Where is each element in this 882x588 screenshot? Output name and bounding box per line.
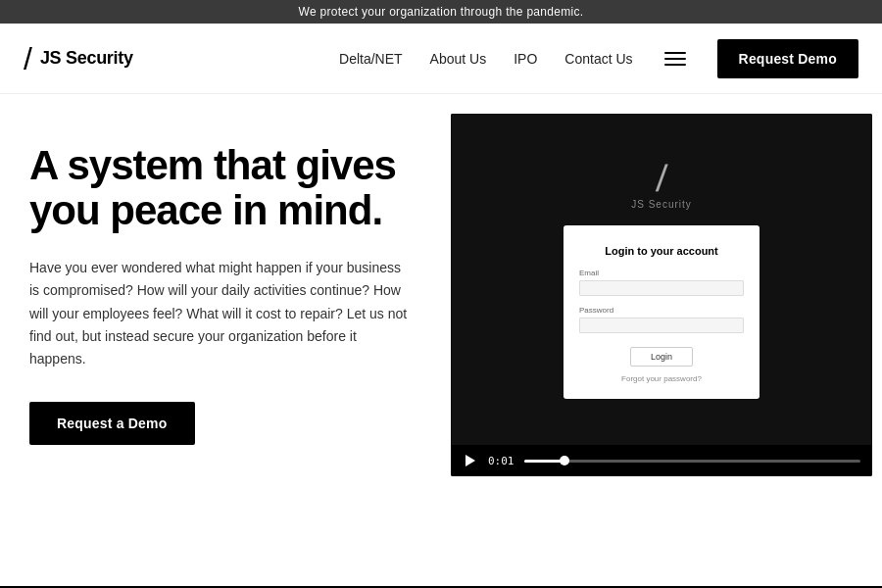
- nav-item-contact[interactable]: Contact Us: [564, 51, 632, 67]
- video-password-field-group: Password: [579, 306, 744, 333]
- video-logo-area: / JS Security: [631, 160, 692, 210]
- hero-cta-button[interactable]: Request a Demo: [29, 402, 195, 445]
- video-screen: / JS Security Login to your account Emai…: [451, 114, 872, 445]
- video-progress-fill: [524, 460, 564, 463]
- nav-item-deltanet[interactable]: Delta/NET: [339, 51, 403, 67]
- video-email-label: Email: [579, 269, 744, 277]
- top-banner: We protect your organization through the…: [0, 0, 882, 24]
- hero-body: Have you ever wondered what might happen…: [29, 257, 412, 369]
- nav-item-ipo[interactable]: IPO: [514, 51, 537, 67]
- banner-text: We protect your organization through the…: [299, 5, 584, 19]
- video-forgot-password[interactable]: Forgot your password?: [621, 374, 702, 383]
- logo-name: JS Security: [40, 48, 133, 69]
- video-progress-dot: [560, 456, 569, 466]
- video-password-input[interactable]: [579, 318, 744, 333]
- video-time: 0:01: [488, 455, 514, 467]
- video-email-field-group: Email: [579, 269, 744, 296]
- video-player[interactable]: / JS Security Login to your account Emai…: [451, 114, 872, 476]
- video-login-box: Login to your account Email Password Log…: [564, 225, 760, 399]
- video-logo-slash: /: [655, 160, 668, 197]
- hamburger-line-2: [664, 58, 686, 60]
- video-section: / JS Security Login to your account Emai…: [441, 94, 882, 586]
- header: / JS Security Delta/NET About Us IPO Con…: [0, 24, 882, 94]
- logo-slash-icon: /: [24, 43, 32, 74]
- request-demo-button[interactable]: Request Demo: [717, 39, 858, 78]
- video-brand-name: JS Security: [631, 199, 692, 210]
- main-content: A system that gives you peace in mind. H…: [0, 94, 882, 586]
- hamburger-line-1: [664, 52, 686, 54]
- nav-item-about[interactable]: About Us: [430, 51, 487, 67]
- video-login-button[interactable]: Login: [630, 347, 693, 367]
- video-password-label: Password: [579, 306, 744, 315]
- video-play-button[interactable]: [463, 453, 478, 468]
- logo[interactable]: / JS Security: [24, 43, 133, 74]
- video-progress-bar[interactable]: [524, 460, 861, 463]
- video-email-input[interactable]: [579, 280, 744, 296]
- video-controls-bar: 0:01: [451, 445, 872, 476]
- play-icon: [466, 455, 475, 466]
- hamburger-menu[interactable]: [661, 48, 690, 70]
- hero-section: A system that gives you peace in mind. H…: [0, 94, 441, 586]
- hamburger-line-3: [664, 64, 686, 66]
- navigation: Delta/NET About Us IPO Contact Us Reques…: [339, 39, 858, 78]
- hero-headline: A system that gives you peace in mind.: [29, 143, 412, 233]
- video-login-title: Login to your account: [605, 245, 718, 257]
